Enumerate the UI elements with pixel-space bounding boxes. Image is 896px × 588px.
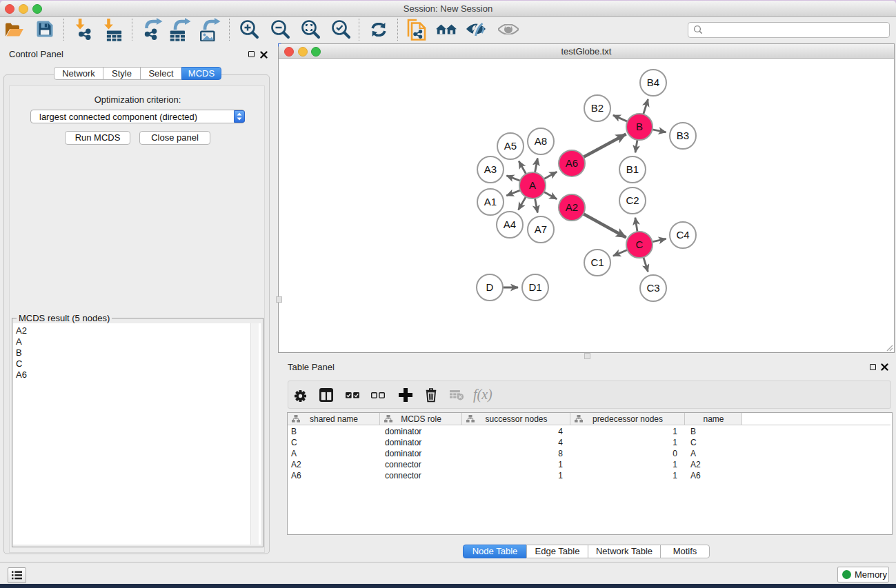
svg-text:A2: A2 <box>566 201 578 213</box>
svg-text:B4: B4 <box>647 77 659 88</box>
svg-text:C: C <box>636 239 644 250</box>
svg-text:A7: A7 <box>535 223 547 235</box>
svg-text:B3: B3 <box>677 130 689 141</box>
svg-text:D1: D1 <box>528 281 541 293</box>
svg-text:A1: A1 <box>484 196 497 207</box>
svg-text:A6: A6 <box>566 157 578 169</box>
svg-text:A8: A8 <box>535 135 547 147</box>
svg-text:D: D <box>486 281 494 293</box>
svg-text:C3: C3 <box>646 282 659 294</box>
svg-text:C1: C1 <box>590 256 604 268</box>
svg-text:C2: C2 <box>626 194 639 206</box>
svg-text:A4: A4 <box>504 219 516 230</box>
svg-text:B2: B2 <box>591 102 604 114</box>
svg-text:B: B <box>636 121 643 132</box>
svg-text:A3: A3 <box>484 163 497 175</box>
svg-text:A: A <box>529 179 536 191</box>
svg-text:C4: C4 <box>676 229 689 241</box>
svg-text:A5: A5 <box>504 140 517 152</box>
svg-text:B1: B1 <box>626 163 639 175</box>
